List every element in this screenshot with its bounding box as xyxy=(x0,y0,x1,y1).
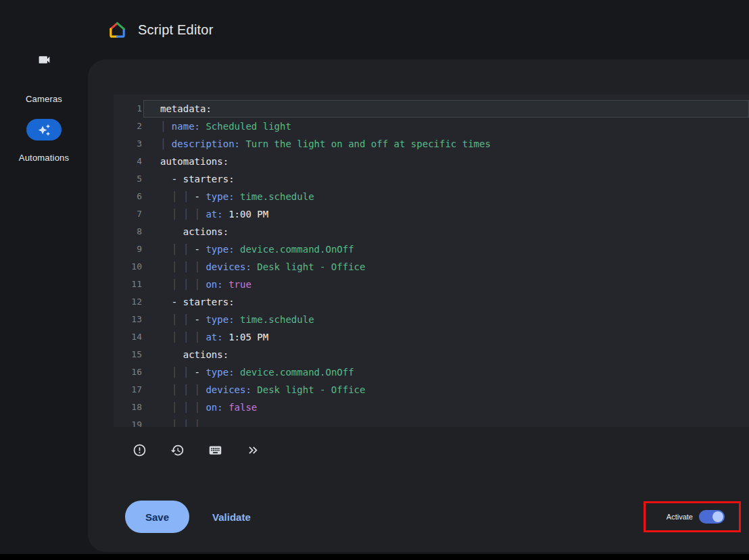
camera-icon xyxy=(0,49,88,70)
code-line[interactable]: 11 │ │ │ on: true xyxy=(114,276,749,293)
editor-toolbar xyxy=(127,438,265,462)
sidebar-label-cameras[interactable]: Cameras xyxy=(0,94,88,104)
code-line[interactable]: 16 │ │ - type: device.command.OnOff xyxy=(114,363,749,381)
double-chevron-icon[interactable] xyxy=(241,438,265,462)
code-line[interactable]: 18 │ │ │ on: false xyxy=(114,399,749,416)
line-number: 1 xyxy=(114,100,143,118)
line-number: 3 xyxy=(114,135,143,153)
code-editor[interactable]: 1metadata:2│ name: Scheduled light3│ des… xyxy=(114,95,749,427)
code-line[interactable]: 5 - starters: xyxy=(114,170,749,188)
actions-bar: Save Validate Activate xyxy=(88,501,749,533)
history-icon[interactable] xyxy=(165,438,189,462)
code-line[interactable]: 13 │ │ - type: time.schedule xyxy=(114,311,749,328)
line-number: 18 xyxy=(114,399,143,416)
sparkle-icon xyxy=(38,124,51,136)
line-number: 12 xyxy=(114,293,143,311)
toggle-thumb xyxy=(712,511,723,522)
keyboard-icon[interactable] xyxy=(203,438,227,462)
line-number: 6 xyxy=(114,188,143,205)
code-line[interactable]: 6 │ │ - type: time.schedule xyxy=(114,188,749,205)
code-line[interactable]: 14 │ │ │ at: 1:05 PM xyxy=(114,328,749,346)
line-number: 7 xyxy=(114,205,143,223)
code-line[interactable]: 10 │ │ │ devices: Desk light - Office xyxy=(114,258,749,276)
activate-toggle[interactable] xyxy=(699,510,725,524)
line-number: 13 xyxy=(114,311,143,328)
code-line[interactable]: 12 - starters: xyxy=(114,293,749,311)
automations-active-pill xyxy=(26,119,62,141)
line-number: 15 xyxy=(114,346,143,363)
save-button[interactable]: Save xyxy=(125,501,189,533)
activate-label: Activate xyxy=(667,513,693,521)
line-number: 10 xyxy=(114,258,143,276)
code-line[interactable]: 8 actions: xyxy=(114,223,749,240)
line-number: 4 xyxy=(114,153,143,170)
bottom-bar xyxy=(0,554,749,560)
line-number: 17 xyxy=(114,381,143,399)
sidebar-label-automations[interactable]: Automations xyxy=(0,153,88,163)
code-line[interactable]: 15 actions: xyxy=(114,346,749,363)
sidebar: Cameras Automations xyxy=(0,0,88,560)
line-number: 16 xyxy=(114,363,143,381)
code-line[interactable]: 7 │ │ │ at: 1:00 PM xyxy=(114,205,749,223)
line-number: 9 xyxy=(114,240,143,258)
code-line[interactable]: 2│ name: Scheduled light xyxy=(114,118,749,135)
editor-card: 1metadata:2│ name: Scheduled light3│ des… xyxy=(88,59,749,552)
page-title: Script Editor xyxy=(138,22,214,38)
code-line[interactable]: 19 │ │ │ xyxy=(114,416,749,427)
code-line[interactable]: 17 │ │ │ devices: Desk light - Office xyxy=(114,381,749,399)
app-header: Script Editor xyxy=(88,0,749,59)
code-line[interactable]: 9 │ │ - type: device.command.OnOff xyxy=(114,240,749,258)
code-line[interactable]: 1metadata: xyxy=(114,100,749,118)
line-number: 2 xyxy=(114,118,143,135)
code-line[interactable]: 4automations: xyxy=(114,153,749,170)
line-number: 11 xyxy=(114,276,143,293)
validate-button[interactable]: Validate xyxy=(212,511,251,523)
sidebar-item-automations[interactable] xyxy=(0,119,88,141)
code-line[interactable]: 3│ description: Turn the light on and of… xyxy=(114,135,749,153)
google-home-logo-icon[interactable] xyxy=(108,21,126,39)
sidebar-item-cameras[interactable] xyxy=(0,49,88,70)
line-number: 8 xyxy=(114,223,143,240)
line-number: 19 xyxy=(114,416,143,427)
line-number: 5 xyxy=(114,170,143,188)
problems-icon[interactable] xyxy=(127,438,151,462)
line-number: 14 xyxy=(114,328,143,346)
